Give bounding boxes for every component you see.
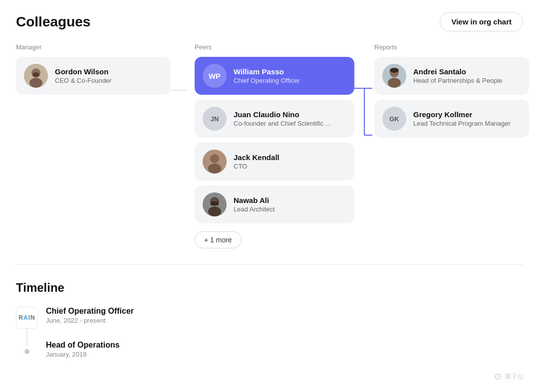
manager-info: Gordon Wilson CEO & Co-Founder bbox=[55, 67, 163, 84]
more-peers-button[interactable]: + 1 more bbox=[195, 231, 242, 248]
svg-point-19 bbox=[390, 68, 399, 73]
juan-title: Co-founder and Chief Scientific ... bbox=[234, 120, 346, 127]
gregory-avatar: GK bbox=[382, 107, 406, 131]
andrei-avatar-svg bbox=[382, 64, 406, 88]
current-person-name: William Passo bbox=[234, 67, 346, 76]
nawab-title: Lead Architect bbox=[234, 205, 346, 213]
reports-column: Reports A bbox=[374, 43, 529, 248]
peers-reports-row: Peers WP William Passo Chief Operating O… bbox=[187, 43, 529, 248]
timeline-role-1: Chief Operating Officer bbox=[46, 307, 523, 316]
timeline-item-1: RAIN Chief Operating Officer June, 2022 … bbox=[16, 307, 523, 329]
watermark-icon: ⊙ bbox=[494, 371, 502, 382]
connector-svg bbox=[354, 70, 364, 120]
timeline-date-1: June, 2022 - present bbox=[46, 317, 523, 324]
timeline-content-2: Head of Operations January, 2019 bbox=[46, 341, 523, 358]
peer-card-juan[interactable]: JN Juan Claudio Nino Co-founder and Chie… bbox=[195, 100, 354, 138]
timeline-role-2: Head of Operations bbox=[46, 341, 523, 350]
timeline-dot-2 bbox=[24, 349, 29, 354]
section-divider bbox=[16, 264, 523, 265]
juan-name: Juan Claudio Nino bbox=[234, 110, 346, 119]
view-org-button[interactable]: View in org chart bbox=[440, 12, 523, 31]
svg-rect-11 bbox=[211, 201, 219, 205]
current-person-card[interactable]: WP William Passo Chief Operating Officer bbox=[195, 57, 354, 95]
rain-logo: RAIN bbox=[16, 307, 38, 329]
svg-point-7 bbox=[208, 164, 221, 174]
colleagues-header: Colleagues View in org chart bbox=[16, 12, 523, 31]
gregory-title: Lead Technical Program Manager bbox=[413, 120, 521, 127]
timeline-icon-1: RAIN bbox=[16, 307, 38, 329]
juan-avatar: JN bbox=[203, 107, 227, 131]
peers-reports-connector bbox=[354, 70, 364, 248]
jack-title: CTO bbox=[234, 163, 346, 170]
jack-name: Jack Kendall bbox=[234, 153, 346, 162]
svg-point-3 bbox=[32, 72, 39, 77]
current-avatar: WP bbox=[203, 64, 227, 88]
manager-column: Manager Gordon Wilson CEO & Co-Fo bbox=[16, 43, 171, 100]
timeline-title: Timeline bbox=[16, 281, 523, 295]
manager-name: Gordon Wilson bbox=[55, 67, 163, 76]
svg-point-2 bbox=[29, 78, 42, 88]
current-person-info: William Passo Chief Operating Officer bbox=[234, 67, 346, 84]
gordon-avatar-svg bbox=[24, 64, 48, 88]
reports-label: Reports bbox=[374, 43, 529, 51]
svg-point-18 bbox=[388, 78, 401, 88]
timeline-date-2: January, 2019 bbox=[46, 351, 523, 358]
report-card-andrei[interactable]: Andrei Santalo Head of Partnerships & Pe… bbox=[374, 57, 529, 95]
jack-avatar bbox=[203, 150, 227, 174]
jack-info: Jack Kendall CTO bbox=[234, 153, 346, 170]
peers-column: Peers WP William Passo Chief Operating O… bbox=[195, 43, 354, 248]
avatar bbox=[24, 64, 48, 88]
watermark: ⊙ 量子位 bbox=[494, 371, 524, 382]
gregory-info: Gregory Kollmer Lead Technical Program M… bbox=[413, 110, 521, 127]
peer-card-nawab[interactable]: Nawab Ali Lead Architect bbox=[195, 186, 354, 223]
nawab-name: Nawab Ali bbox=[234, 196, 346, 204]
watermark-text: 量子位 bbox=[505, 372, 524, 381]
timeline-content-1: Chief Operating Officer June, 2022 - pre… bbox=[46, 307, 523, 324]
peers-label: Peers bbox=[195, 43, 354, 51]
current-person-title: Chief Operating Officer bbox=[234, 77, 346, 84]
report-card-gregory[interactable]: GK Gregory Kollmer Lead Technical Progra… bbox=[374, 100, 529, 138]
timeline: RAIN Chief Operating Officer June, 2022 … bbox=[16, 307, 523, 363]
timeline-item-2: Head of Operations January, 2019 bbox=[16, 341, 523, 363]
peer-card-jack[interactable]: Jack Kendall CTO bbox=[195, 143, 354, 181]
andrei-info: Andrei Santalo Head of Partnerships & Pe… bbox=[413, 67, 521, 84]
svg-point-6 bbox=[210, 154, 219, 163]
manager-label: Manager bbox=[16, 43, 171, 51]
jack-avatar-svg bbox=[203, 150, 227, 174]
manager-connector-svg bbox=[171, 70, 187, 110]
juan-info: Juan Claudio Nino Co-founder and Chief S… bbox=[234, 110, 346, 127]
andrei-title: Head of Partnerships & People bbox=[413, 77, 521, 84]
nawab-info: Nawab Ali Lead Architect bbox=[234, 196, 346, 213]
svg-point-10 bbox=[208, 206, 221, 216]
gregory-name: Gregory Kollmer bbox=[413, 110, 521, 119]
timeline-section: Timeline RAIN Chief Operating Officer Ju… bbox=[16, 281, 523, 363]
andrei-avatar bbox=[382, 64, 406, 88]
timeline-icon-2 bbox=[16, 341, 38, 363]
andrei-name: Andrei Santalo bbox=[413, 67, 521, 76]
nawab-avatar-svg bbox=[203, 193, 227, 216]
page-title: Colleagues bbox=[16, 14, 90, 30]
manager-title: CEO & Co-Founder bbox=[55, 77, 163, 84]
org-chart-section: Manager Gordon Wilson CEO & Co-Fo bbox=[16, 43, 523, 248]
nawab-avatar bbox=[203, 193, 227, 216]
manager-card[interactable]: Gordon Wilson CEO & Co-Founder bbox=[16, 57, 171, 95]
peers-reports-wrapper: Peers WP William Passo Chief Operating O… bbox=[187, 43, 529, 248]
